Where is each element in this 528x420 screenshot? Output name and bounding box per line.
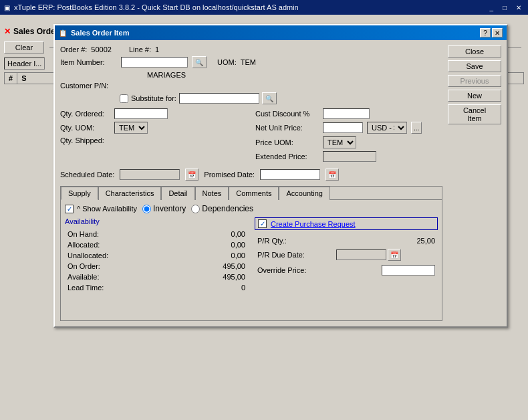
tab-comments[interactable]: Comments	[229, 187, 279, 200]
dependencies-label: Dependencies	[202, 204, 253, 213]
show-availability-checkbox[interactable]: ✓	[65, 205, 74, 213]
allocated-label: Allocated:	[66, 240, 180, 249]
currency-select[interactable]: USD - $	[367, 122, 407, 134]
on-hand-value: 0,00	[181, 229, 247, 239]
two-col-section: Qty. Ordered: 25 Qty. UOM: TEM Qty. Ship…	[60, 108, 442, 165]
override-price-label: Override Price:	[256, 264, 334, 277]
pr-due-date-input[interactable]: 19/6/2012	[336, 249, 386, 260]
price-uom-row: Price UOM: TEM	[255, 136, 442, 148]
app-titlebar: ▣ xTuple ERP: PostBooks Edition 3.8.2 - …	[0, 0, 528, 15]
cust-discount-row: Cust Discount % 0,00	[255, 108, 442, 119]
pr-qty-value: 25,00	[335, 235, 436, 246]
availability-right: ✓ Create Purchase Request P/R Qty.: 25,0…	[255, 217, 438, 294]
dialog-title: Sales Order Item	[71, 29, 476, 37]
inventory-radio-input[interactable]	[142, 205, 151, 213]
table-row: Lead Time: 0	[66, 283, 247, 292]
on-order-value: 495,00	[181, 261, 247, 271]
new-button[interactable]: New	[448, 90, 501, 102]
clear-button[interactable]: Clear	[4, 41, 44, 54]
customer-pn-row: Customer P/N:	[60, 82, 442, 90]
order-number: 50002	[91, 45, 112, 54]
tab-supply[interactable]: Supply	[61, 187, 98, 200]
table-row: On Hand: 0,00	[66, 229, 247, 239]
dialog-buttons: Close Save Previous New Cancel Item	[448, 45, 501, 321]
previous-button[interactable]: Previous	[448, 75, 501, 87]
qty-shipped-label: Qty. Shipped:	[60, 136, 110, 144]
allocated-value: 0,00	[181, 240, 247, 249]
price-uom-label: Price UOM:	[255, 138, 319, 146]
qty-uom-select[interactable]: TEM	[114, 122, 148, 134]
dialog-main: Order #: 50002 Line #: 1 Item Number: 01…	[60, 45, 442, 321]
close-button[interactable]: Close	[448, 45, 501, 58]
pr-due-date-cal-btn[interactable]: 📅	[388, 249, 401, 261]
dialog-controls: ? ✕	[480, 28, 503, 37]
line-label: Line #:	[129, 45, 151, 54]
pr-due-date-cell: 19/6/2012 📅	[335, 247, 436, 262]
tab-detail[interactable]: Detail	[161, 187, 194, 200]
app-title: xTuple ERP: PostBooks Edition 3.8.2 - Qu…	[14, 3, 483, 11]
cust-discount-label: Cust Discount %	[255, 110, 319, 118]
availability-left: Availability On Hand: 0,00 Allocated: 0,…	[65, 217, 248, 294]
close-app-btn[interactable]: ✕	[513, 4, 524, 11]
cust-discount-input[interactable]: 0,00	[323, 108, 370, 119]
net-unit-price-row: Net Unit Price: 2,0000 USD - $ ...	[255, 122, 442, 134]
qty-ordered-input[interactable]: 25	[114, 108, 168, 119]
scheduled-date-cal-btn[interactable]: 📅	[185, 169, 199, 181]
app-icon: ▣	[4, 4, 10, 11]
table-row: Override Price:	[256, 264, 436, 277]
qty-uom-row: Qty. UOM: TEM	[60, 122, 247, 134]
extended-price-field: 50,00	[323, 151, 376, 162]
scheduled-date-input[interactable]: 19/6/2012	[120, 169, 180, 180]
create-pr-checkbox[interactable]: ✓	[258, 219, 267, 228]
promised-date-input[interactable]	[260, 169, 320, 180]
order-info-row: Order #: 50002 Line #: 1	[60, 45, 442, 54]
net-unit-price-label: Net Unit Price:	[255, 124, 319, 132]
extended-price-row: Extended Price: 50,00	[255, 151, 442, 162]
override-price-cell	[335, 264, 436, 277]
maximize-btn[interactable]: □	[500, 4, 509, 11]
bg-red-x: ✕	[4, 27, 11, 36]
qty-ordered-label: Qty. Ordered:	[60, 110, 110, 118]
create-pr-link[interactable]: Create Purchase Request	[271, 220, 356, 228]
tab-notes[interactable]: Notes	[195, 187, 229, 200]
uom-value: TEM	[241, 58, 256, 66]
extended-price-label: Extended Price:	[255, 152, 319, 161]
table-row: P/R Qty.: 25,00	[256, 235, 436, 246]
unallocated-label: Unallocated:	[66, 251, 180, 260]
override-price-input[interactable]	[382, 265, 435, 276]
unallocated-value: 0,00	[181, 251, 247, 260]
inventory-radio[interactable]: Inventory	[142, 204, 186, 213]
dependencies-radio-input[interactable]	[191, 205, 200, 213]
substitute-input[interactable]	[179, 93, 259, 104]
tab-characteristics[interactable]: Characteristics	[98, 187, 162, 200]
net-unit-price-input[interactable]: 2,0000	[323, 122, 363, 133]
item-number-input[interactable]: 011	[121, 57, 188, 68]
on-order-label: On Order:	[66, 261, 180, 271]
save-button[interactable]: Save	[448, 60, 501, 72]
qty-uom-label: Qty. UOM:	[60, 124, 110, 132]
dialog-help-btn[interactable]: ?	[480, 28, 491, 37]
show-availability-row: ✓ ^ Show Availability Inventory Dependen…	[65, 204, 438, 213]
substitute-checkbox[interactable]	[120, 94, 128, 103]
inventory-label: Inventory	[153, 204, 186, 213]
item-name: MARIAGES	[147, 71, 442, 79]
item-number-label: Item Number:	[60, 58, 117, 66]
tab-accounting[interactable]: Accounting	[279, 187, 329, 200]
substitute-search-btn[interactable]: 🔍	[262, 92, 277, 104]
table-row: On Order: 495,00	[66, 261, 247, 271]
item-search-btn[interactable]: 🔍	[192, 56, 207, 68]
table-row: Available: 495,00	[66, 272, 247, 282]
dependencies-radio[interactable]: Dependencies	[191, 204, 253, 213]
lead-time-label: Lead Time:	[66, 283, 180, 292]
promised-date-cal-btn[interactable]: 📅	[325, 169, 339, 181]
dialog-close-x-btn[interactable]: ✕	[492, 28, 503, 37]
qty-ordered-row: Qty. Ordered: 25	[60, 108, 247, 119]
tab-supply-content: ✓ ^ Show Availability Inventory Dependen…	[61, 200, 442, 320]
price-more-btn[interactable]: ...	[411, 122, 422, 134]
scheduled-date-label: Scheduled Date:	[60, 171, 114, 179]
minimize-btn[interactable]: _	[487, 4, 496, 11]
availability-title: Availability	[65, 217, 248, 225]
cancel-item-button[interactable]: Cancel Item	[448, 104, 501, 124]
availability-table: On Hand: 0,00 Allocated: 0,00 Unallocate…	[65, 228, 248, 294]
price-uom-select[interactable]: TEM	[323, 136, 356, 148]
